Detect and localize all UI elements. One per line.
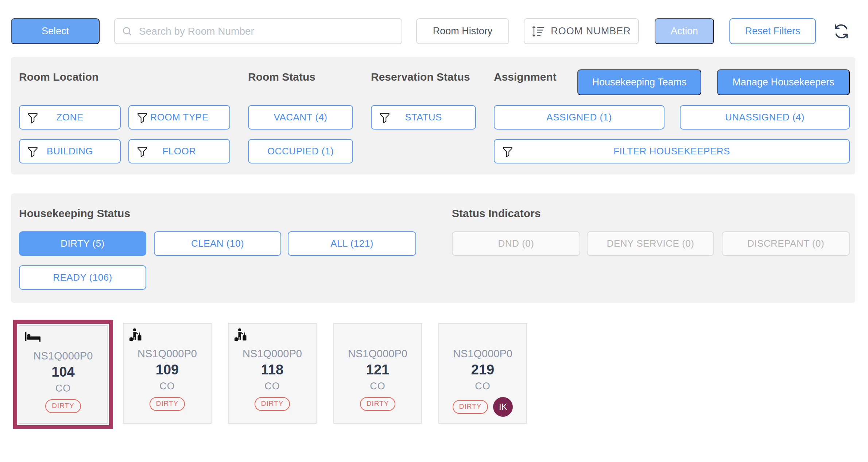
discrepant-indicator-button[interactable]: DISCREPANT (0) (722, 231, 850, 256)
reservation-status-code: CO (124, 381, 211, 392)
section-title-reservation-status: Reservation Status (371, 71, 470, 83)
dirty-status-badge: DIRTY (150, 397, 185, 411)
dnd-indicator-button[interactable]: DND (0) (452, 231, 580, 256)
section-title-status-indicators: Status Indicators (452, 207, 540, 220)
reservation-status-code: CO (334, 381, 421, 392)
deny-service-indicator-label: DENY SERVICE (0) (607, 238, 694, 249)
housekeeping-teams-button[interactable]: Housekeeping Teams (577, 69, 701, 95)
section-title-room-location: Room Location (19, 71, 98, 83)
bed-icon (24, 330, 41, 343)
room-type-code: NS1Q000P0 (334, 324, 421, 360)
room-card-109[interactable]: NS1Q000P0 109 CO DIRTY (123, 323, 212, 424)
room-number: 219 (439, 362, 526, 378)
filter-icon (28, 112, 38, 123)
search-box (114, 18, 402, 44)
assigned-filter-label: ASSIGNED (1) (546, 112, 612, 123)
guest-luggage-icon (234, 328, 248, 343)
occupied-filter-button[interactable]: OCCUPIED (1) (248, 139, 353, 163)
section-title-housekeeping-status: Housekeeping Status (19, 207, 130, 220)
vacant-filter-label: VACANT (4) (274, 112, 327, 123)
room-card-grid: NS1Q000P0 104 CO DIRTY (13, 320, 852, 436)
dnd-indicator-label: DND (0) (498, 238, 534, 249)
clean-filter-label: CLEAN (10) (191, 238, 244, 249)
room-card-121[interactable]: NS1Q000P0 121 CO DIRTY (333, 323, 422, 424)
sort-icon (532, 25, 545, 38)
room-type-code: NS1Q000P0 (439, 324, 526, 360)
room-number: 104 (19, 364, 107, 380)
ready-filter-button[interactable]: READY (106) (19, 265, 146, 290)
filter-icon (137, 112, 147, 123)
dirty-filter-button[interactable]: DIRTY (5) (19, 231, 146, 256)
zone-filter-button[interactable]: ZONE (19, 105, 121, 130)
room-number: 109 (124, 362, 211, 378)
sort-by-label: ROOM NUMBER (551, 26, 631, 37)
clean-filter-button[interactable]: CLEAN (10) (154, 231, 281, 256)
filter-housekeepers-label: FILTER HOUSEKEEPERS (613, 146, 730, 157)
search-input[interactable] (114, 18, 402, 44)
reservation-status-code: CO (229, 381, 316, 392)
zone-filter-label: ZONE (56, 112, 83, 123)
filter-icon (28, 146, 38, 157)
reservation-status-code: CO (439, 381, 526, 392)
dirty-filter-label: DIRTY (5) (61, 238, 105, 249)
assigned-filter-button[interactable]: ASSIGNED (1) (494, 105, 664, 130)
building-filter-button[interactable]: BUILDING (19, 139, 121, 163)
filter-housekeepers-button[interactable]: FILTER HOUSEKEEPERS (494, 139, 850, 163)
housekeeping-status-panel: Housekeeping Status Status Indicators DI… (11, 193, 855, 303)
manage-housekeepers-button[interactable]: Manage Housekeepers (717, 69, 850, 95)
refresh-icon[interactable] (833, 23, 850, 40)
room-type-filter-label: ROOM TYPE (150, 112, 208, 123)
all-filter-label: ALL (121) (330, 238, 373, 249)
sort-by-button[interactable]: ROOM NUMBER (524, 18, 639, 44)
housekeeper-initials-badge: IK (493, 397, 513, 417)
filters-panel: Room Location Room Status Reservation St… (11, 57, 855, 174)
floor-filter-button[interactable]: FLOOR (128, 139, 230, 163)
reservation-status-code: CO (19, 383, 107, 394)
filter-icon (137, 146, 147, 157)
room-card-118[interactable]: NS1Q000P0 118 CO DIRTY (228, 323, 317, 424)
action-button[interactable]: Action (655, 18, 714, 44)
discrepant-indicator-label: DISCREPANT (0) (747, 238, 824, 249)
toolbar: Select Room History ROOM NUMBER Action R… (11, 18, 850, 44)
room-card-219[interactable]: NS1Q000P0 219 CO DIRTY IK (438, 323, 527, 424)
filter-icon (380, 112, 390, 123)
search-icon (121, 26, 133, 37)
select-button[interactable]: Select (11, 18, 100, 44)
room-history-button[interactable]: Room History (416, 18, 509, 44)
vacant-filter-button[interactable]: VACANT (4) (248, 105, 353, 130)
room-type-filter-button[interactable]: ROOM TYPE (128, 105, 230, 130)
all-filter-button[interactable]: ALL (121) (288, 231, 416, 256)
filter-icon (503, 146, 513, 157)
room-number: 118 (229, 362, 316, 378)
section-title-room-status: Room Status (248, 71, 315, 83)
status-filter-button[interactable]: STATUS (371, 105, 476, 130)
floor-filter-label: FLOOR (162, 146, 196, 157)
status-filter-label: STATUS (405, 112, 442, 123)
room-card-104[interactable]: NS1Q000P0 104 CO DIRTY (13, 320, 113, 429)
occupied-filter-label: OCCUPIED (1) (267, 146, 334, 157)
guest-luggage-icon (129, 328, 143, 343)
deny-service-indicator-button[interactable]: DENY SERVICE (0) (587, 231, 714, 256)
dirty-status-badge: DIRTY (360, 397, 396, 411)
dirty-status-badge: DIRTY (45, 399, 81, 413)
dirty-status-badge: DIRTY (255, 397, 290, 411)
section-title-assignment: Assignment (494, 71, 557, 83)
unassigned-filter-label: UNASSIGNED (4) (725, 112, 805, 123)
ready-filter-label: READY (106) (53, 272, 112, 283)
reset-filters-button[interactable]: Reset Filters (729, 18, 816, 44)
building-filter-label: BUILDING (47, 146, 93, 157)
dirty-status-badge: DIRTY (453, 400, 488, 414)
room-number: 121 (334, 362, 421, 378)
unassigned-filter-button[interactable]: UNASSIGNED (4) (680, 105, 850, 130)
